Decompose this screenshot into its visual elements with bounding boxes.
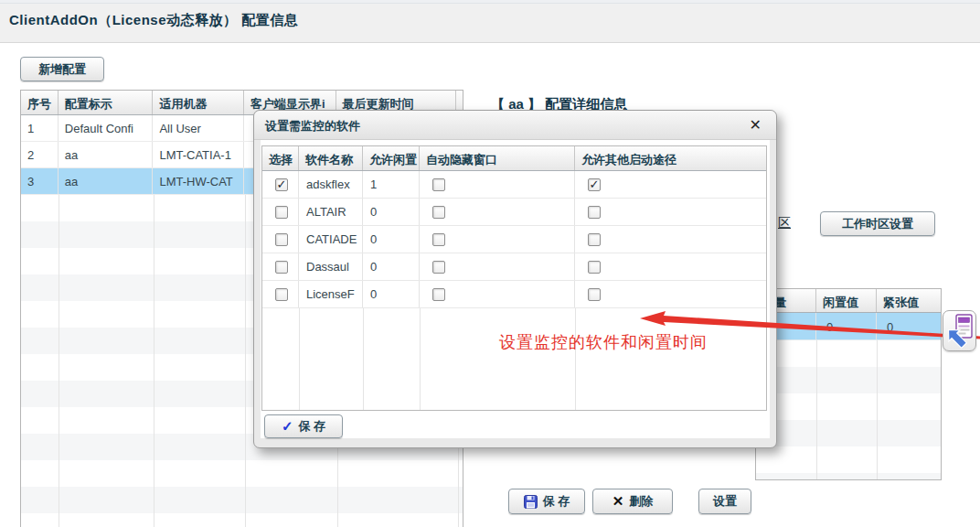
col-machine: 适用机器: [153, 91, 244, 114]
dialog-save-label: 保 存: [298, 418, 325, 435]
auto-hide-checkbox[interactable]: [432, 206, 445, 219]
software-row[interactable]: Dassaul 0: [262, 253, 766, 281]
auto-hide-checkbox[interactable]: [432, 261, 445, 274]
cell-allow-idle: 0: [363, 199, 420, 225]
col-allow-other-launch: 允许其他启动途径: [575, 146, 766, 170]
select-checkbox[interactable]: [275, 206, 288, 219]
cell-label: aa: [59, 142, 154, 167]
software-row[interactable]: LicenseF 0: [262, 281, 766, 308]
allow-other-checkbox[interactable]: [588, 261, 601, 274]
cell-software-name: ALTAIR: [299, 199, 363, 225]
save-disk-icon: [524, 495, 538, 509]
allow-other-checkbox[interactable]: [588, 233, 601, 246]
software-row[interactable]: ALTAIR 0: [262, 199, 766, 226]
delete-button[interactable]: ✕ 删除: [592, 489, 673, 514]
delete-button-label: 删除: [629, 493, 653, 510]
col-seq: 序号: [21, 91, 59, 114]
settings-button[interactable]: 设置: [698, 489, 751, 514]
col-idle-value: 闲置值: [816, 289, 877, 312]
dialog-body: 选择 软件名称 允许闲置 自动隐藏窗口 允许其他启动途径 ✓ adskflex …: [261, 140, 770, 438]
auto-hide-checkbox[interactable]: [432, 178, 445, 191]
client-addon-config-page: ClientAddOn（License动态释放） 配置信息 新增配置 序号 配置…: [0, 0, 980, 527]
auto-hide-checkbox[interactable]: [432, 233, 445, 246]
dialog-title: 设置需监控的软件: [265, 118, 360, 134]
software-table-header: 选择 软件名称 允许闲置 自动隐藏窗口 允许其他启动途径: [262, 146, 766, 171]
timezone-link-fragment[interactable]: 区: [778, 215, 791, 231]
allow-other-checkbox[interactable]: [588, 206, 601, 219]
cell-idle-value: 0: [816, 313, 877, 339]
allow-other-checkbox[interactable]: [588, 288, 601, 301]
cell-software-name: LicenseF: [299, 281, 363, 307]
col-select: 选择: [262, 146, 299, 170]
delete-x-icon: ✕: [612, 493, 624, 510]
dialog-save-button[interactable]: ✓ 保 存: [264, 414, 343, 438]
document-arrow-icon: [945, 313, 974, 349]
software-row[interactable]: ✓ adskflex 1 ✓: [262, 171, 766, 199]
auto-hide-checkbox[interactable]: [432, 288, 445, 301]
cell-label: aa: [59, 168, 154, 194]
cell-machine: All User: [153, 115, 244, 141]
col-allow-idle: 允许闲置: [363, 146, 420, 170]
select-checkbox[interactable]: [275, 261, 288, 274]
license-values-header: 数量 闲置值 紧张值: [756, 289, 941, 313]
cell-busy-value: 0: [877, 313, 941, 339]
cell-machine: LMT-CATIA-1: [153, 142, 244, 167]
allow-other-checkbox[interactable]: ✓: [588, 178, 601, 191]
col-busy-value: 紧张值: [877, 289, 941, 312]
annotation-text: 设置监控的软件和闲置时间: [499, 331, 708, 353]
add-config-button[interactable]: 新增配置: [20, 57, 104, 81]
software-table: 选择 软件名称 允许闲置 自动隐藏窗口 允许其他启动途径 ✓ adskflex …: [261, 145, 767, 411]
software-row[interactable]: CATIADE 0: [262, 226, 766, 253]
cell-software-name: CATIADE: [299, 226, 363, 253]
monitored-software-dialog: 设置需监控的软件 ✕ 选择 软件名称 允许闲置 自动隐藏窗口 允许其他启动途径 …: [253, 110, 777, 448]
select-checkbox[interactable]: [275, 233, 288, 246]
license-values-row-selected[interactable]: 0 0: [756, 313, 941, 340]
check-icon: ✓: [282, 418, 293, 435]
empty-rows-area: [756, 340, 941, 479]
settings-button-label: 设置: [713, 493, 737, 510]
col-software-name: 软件名称: [299, 146, 363, 170]
empty-rows-area: [262, 308, 766, 410]
cell-allow-idle: 0: [363, 281, 420, 307]
cell-software-name: adskflex: [299, 171, 363, 198]
cell-allow-idle: 0: [363, 253, 420, 280]
timezone-settings-button[interactable]: 工作时区设置: [820, 211, 935, 236]
cell-software-name: Dassaul: [299, 253, 363, 280]
save-button-label: 保 存: [543, 493, 570, 510]
save-button[interactable]: 保 存: [508, 489, 585, 514]
page-title: ClientAddOn（License动态释放） 配置信息: [9, 12, 298, 29]
select-checkbox[interactable]: [275, 288, 288, 301]
cell-seq: 2: [21, 142, 59, 167]
license-values-table: 数量 闲置值 紧张值 0 0: [755, 288, 942, 480]
col-auto-hide: 自动隐藏窗口: [420, 146, 575, 170]
cell-seq: 1: [21, 115, 59, 141]
select-checkbox[interactable]: ✓: [275, 178, 288, 191]
col-config-label: 配置标示: [59, 91, 154, 114]
cell-label: Default Confi: [59, 115, 154, 141]
cell-machine: LMT-HW-CAT: [153, 168, 244, 194]
cell-allow-idle: 0: [363, 226, 420, 253]
dialog-header: 设置需监控的软件 ✕: [254, 111, 776, 140]
open-detail-shortcut-button[interactable]: [943, 310, 976, 351]
cell-allow-idle: 1: [363, 171, 420, 198]
cell-seq: 3: [21, 168, 59, 194]
close-icon[interactable]: ✕: [750, 116, 762, 134]
